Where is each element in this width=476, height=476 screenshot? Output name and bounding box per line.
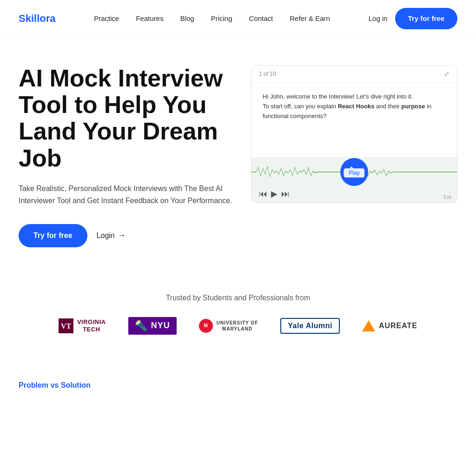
maryland-text: UNIVERSITY OF MARYLAND [217, 320, 258, 332]
logo-maryland: M UNIVERSITY OF MARYLAND [199, 319, 258, 333]
yale-text: Yale Alumni [288, 322, 332, 330]
trusted-text: Trusted by Students and Professionals fr… [19, 294, 457, 302]
skip-forward-icon[interactable]: ⏭ [281, 189, 290, 199]
skip-back-icon[interactable]: ⏮ [259, 189, 267, 199]
nyu-text: NYU [151, 321, 170, 331]
question-bold1: React Hooks [338, 103, 375, 110]
hero-title: AI Mock Interview Tool to Help You Land … [19, 65, 232, 172]
question-line3: and their [374, 103, 401, 110]
nav-links: Practice Features Blog Pricing Contact R… [94, 14, 330, 23]
video-panel: 1 of 10 ⤢ Hi John, welcome to the Interv… [251, 65, 457, 203]
virginia-tech-emblem-icon: VT [59, 318, 73, 333]
nav-link-features[interactable]: Features [136, 14, 163, 22]
nav-link-practice[interactable]: Practice [94, 14, 119, 22]
aureate-text: AUREATE [379, 322, 417, 330]
waveform: Play [251, 163, 457, 181]
exit-label: Exit [443, 195, 451, 200]
hero-actions: Try for free Login → [19, 224, 232, 247]
logo-virginia-tech: VT VIRGINIATECH [59, 318, 106, 333]
aureate-chevron-icon [362, 320, 375, 331]
problem-solution-label: Problem vs Solution [19, 381, 457, 390]
nav-link-contact[interactable]: Contact [249, 14, 273, 22]
logo-yale: Yale Alumni [280, 318, 340, 334]
nav-link-blog[interactable]: Blog [180, 14, 194, 22]
hero-login-label: Login [97, 231, 115, 240]
bottom-section: Problem vs Solution [0, 353, 476, 399]
nav-login-link[interactable]: Log in [369, 14, 388, 22]
waveform-area: Play [251, 157, 457, 187]
nav-link-refer[interactable]: Refer & Earn [290, 14, 330, 22]
svg-marker-2 [362, 320, 375, 331]
play-label: Play [344, 168, 364, 178]
video-counter: 1 of 10 [259, 71, 276, 77]
expand-icon[interactable]: ⤢ [444, 70, 450, 78]
play-pause-icon[interactable]: ▶ [271, 189, 278, 199]
video-content: Hi John, welcome to the Interview! Let's… [251, 83, 457, 157]
nav-link-pricing[interactable]: Pricing [211, 14, 232, 22]
logo-aureate: AUREATE [362, 320, 417, 331]
video-question: Hi John, welcome to the Interview! Let's… [263, 92, 446, 121]
video-controls: ⏮ ▶ ⏭ [251, 187, 457, 203]
hero-section: AI Mock Interview Tool to Help You Land … [0, 37, 476, 266]
question-line1: Hi John, welcome to the Interview! Let's… [263, 93, 413, 100]
navbar: Skillora Practice Features Blog Pricing … [0, 0, 476, 37]
nav-logo[interactable]: Skillora [19, 13, 55, 25]
hero-cta-button[interactable]: Try for free [19, 224, 87, 247]
nyu-torch-icon: 🔦 [135, 320, 147, 332]
nav-cta-button[interactable]: Try for free [395, 8, 457, 29]
hero-left: AI Mock Interview Tool to Help You Land … [19, 65, 232, 247]
question-line2: To start off, can you explain [263, 103, 338, 110]
hero-right: 1 of 10 ⤢ Hi John, welcome to the Interv… [251, 65, 457, 203]
trusted-section: Trusted by Students and Professionals fr… [0, 266, 476, 353]
hero-description: Take Realistic, Personalized Mock Interv… [19, 183, 232, 207]
question-bold2: purpose [401, 103, 425, 110]
logo-nyu: 🔦 NYU [128, 317, 177, 335]
arrow-icon: → [118, 231, 126, 240]
nav-right: Log in Try for free [369, 8, 457, 29]
video-topbar: 1 of 10 ⤢ [251, 66, 457, 83]
hero-login-button[interactable]: Login → [97, 231, 126, 240]
svg-text:VT: VT [61, 322, 72, 330]
logos-row: VT VIRGINIATECH 🔦 NYU M UNIVERSITY OF MA… [19, 317, 457, 335]
maryland-seal-icon: M [199, 319, 213, 333]
virginia-tech-text: VIRGINIATECH [77, 318, 106, 333]
